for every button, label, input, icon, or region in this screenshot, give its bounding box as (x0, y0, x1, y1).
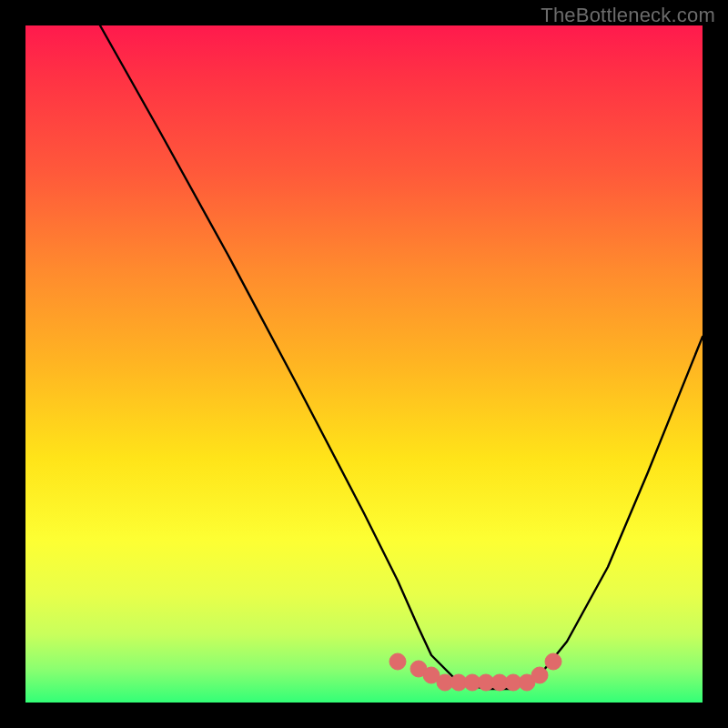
svg-point-10 (531, 667, 548, 683)
bottleneck-curve (100, 25, 703, 689)
chart-svg (25, 25, 703, 703)
svg-point-11 (545, 653, 561, 670)
marker-band (389, 653, 561, 691)
svg-point-0 (389, 653, 406, 670)
plot-area (25, 25, 703, 703)
watermark-text: TheBottleneck.com (541, 4, 715, 27)
chart-frame: TheBottleneck.com (0, 0, 728, 728)
